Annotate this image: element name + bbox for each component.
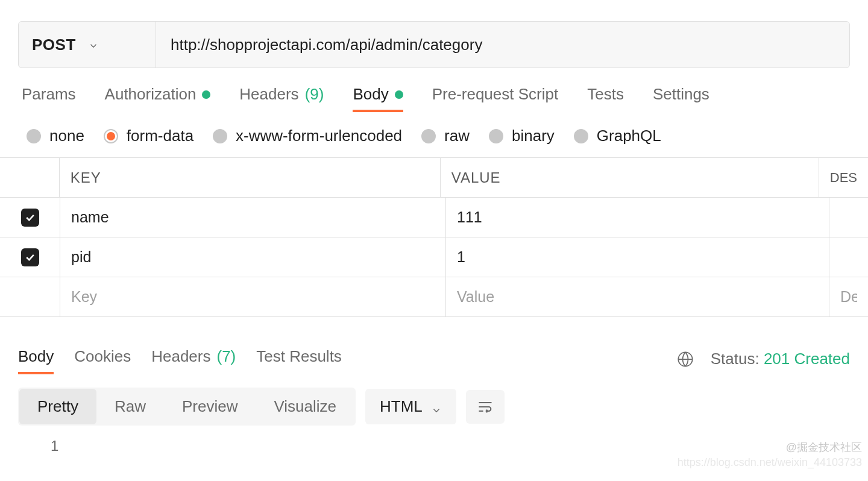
tab-settings[interactable]: Settings [653,85,709,110]
tab-headers[interactable]: Headers (9) [239,85,324,110]
response-tabs: Body Cookies Headers (7) Test Results St… [18,347,850,371]
request-bar: POST [18,21,850,68]
table-row [0,198,868,237]
table-row [0,237,868,277]
key-input[interactable] [71,288,435,306]
chevron-down-icon [431,401,442,412]
value-input[interactable] [457,288,818,306]
radio-icon [213,129,227,143]
header-description: DES [819,158,868,197]
row-checkbox[interactable] [21,209,39,227]
tab-prerequest[interactable]: Pre-request Script [432,85,559,110]
request-tabs: Params Authorization Headers (9) Body Pr… [22,85,850,110]
header-value: VALUE [441,158,819,197]
tab-params[interactable]: Params [22,85,76,110]
format-select[interactable]: HTML [365,389,456,424]
radio-none[interactable]: none [27,127,84,145]
radio-icon [489,129,503,143]
dot-indicator-icon [202,90,210,99]
row-checkbox[interactable] [21,248,39,266]
resp-tab-test-results[interactable]: Test Results [256,347,342,371]
body-type-selector: none form-data x-www-form-urlencoded raw… [27,127,850,145]
resp-tab-headers[interactable]: Headers (7) [151,347,236,371]
radio-binary[interactable]: binary [489,127,555,145]
view-visualize[interactable]: Visualize [256,389,354,424]
method-label: POST [32,36,76,54]
form-data-table: KEY VALUE DES [0,157,868,317]
radio-icon [574,129,588,143]
description-input[interactable] [840,288,857,306]
table-header-row: KEY VALUE DES [0,158,868,198]
url-input[interactable] [156,22,849,68]
header-key: KEY [60,158,441,197]
resp-tab-cookies[interactable]: Cookies [74,347,131,371]
globe-icon[interactable] [677,351,694,368]
view-pretty[interactable]: Pretty [19,389,96,424]
response-meta: Status: 201 Created [677,350,850,368]
tab-authorization[interactable]: Authorization [105,85,211,110]
status-text: Status: 201 Created [711,350,850,368]
key-input[interactable] [71,248,435,266]
radio-icon [104,129,118,143]
response-section: Body Cookies Headers (7) Test Results St… [0,347,868,454]
table-row-empty [0,277,868,317]
radio-icon [421,129,436,143]
radio-raw[interactable]: raw [421,127,470,145]
tab-tests[interactable]: Tests [587,85,624,110]
radio-form-data[interactable]: form-data [104,127,193,145]
view-preview[interactable]: Preview [164,389,256,424]
line-number: 1 [18,438,58,454]
radio-urlencoded[interactable]: x-www-form-urlencoded [213,127,402,145]
method-select[interactable]: POST [19,22,156,68]
radio-graphql[interactable]: GraphQL [574,127,661,145]
tab-body[interactable]: Body [353,85,403,110]
chevron-down-icon [88,39,99,50]
resp-tab-body[interactable]: Body [18,347,54,371]
dot-indicator-icon [395,90,403,99]
status-value: 201 Created [764,350,850,368]
response-view-controls: Pretty Raw Preview Visualize HTML [18,388,850,426]
view-mode-group: Pretty Raw Preview Visualize [18,388,356,426]
value-input[interactable] [457,209,818,226]
radio-icon [27,129,41,143]
watermark: @掘金技术社区 https://blog.csdn.net/weixin_441… [678,440,862,454]
key-input[interactable] [71,209,435,226]
view-raw[interactable]: Raw [96,389,164,424]
value-input[interactable] [457,248,818,266]
wrap-lines-button[interactable] [466,390,505,424]
